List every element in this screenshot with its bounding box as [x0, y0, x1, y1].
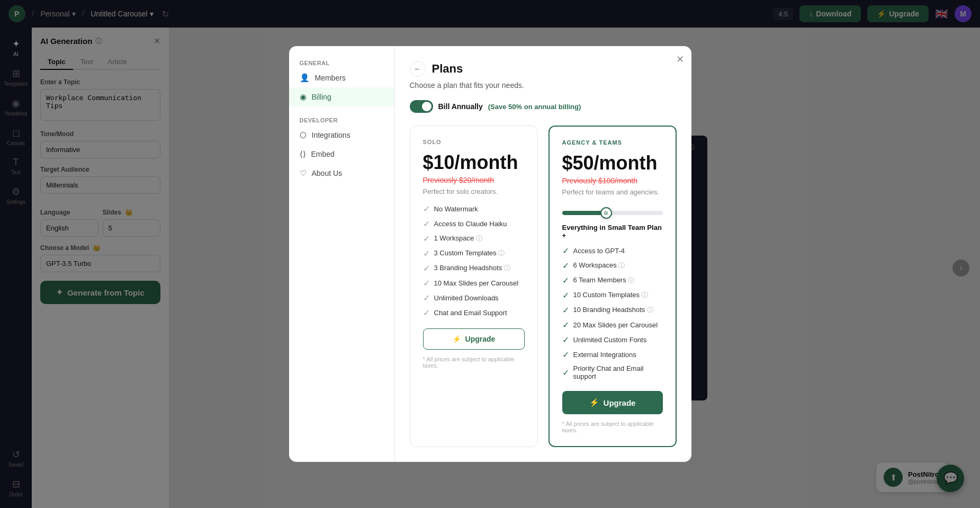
check-icon: ✓: [562, 305, 569, 315]
check-icon: ✓: [423, 248, 430, 259]
feature-claude-haiku: ✓ Access to Claude Haiku: [423, 219, 525, 229]
billing-save-label: (Save 50% on annual billing): [488, 103, 581, 111]
sidebar-item-billing[interactable]: ◉ Billing: [289, 87, 394, 106]
check-icon: ✓: [423, 263, 430, 273]
agency-plan-price: $50/month: [562, 152, 663, 174]
feature-workspaces: ✓ 6 Workspaces ⓘ: [562, 261, 663, 271]
feature-branding-headshots: ✓ 3 Branding Headshots ⓘ: [423, 263, 525, 273]
solo-plan-desc: Perfect for solo creators.: [423, 188, 525, 195]
check-icon: ✓: [423, 204, 430, 214]
agency-upgrade-button[interactable]: ⚡ Upgrade: [562, 391, 663, 414]
agency-plan-content: AGENCY & TEAMS $50/month Previously $100…: [562, 139, 663, 433]
solo-plan-price: $10/month: [423, 151, 525, 174]
solo-plan-note: * All prices are subject to applicable t…: [423, 356, 525, 369]
check-icon: ✓: [423, 219, 430, 229]
modal-body: General 👤 Members ◉ Billing Developer ⬡ …: [289, 46, 691, 462]
feature-custom-templates: ✓ 3 Custom Templates ⓘ: [423, 248, 525, 259]
feature-priority-support: ✓ Priority Chat and Email support: [562, 364, 663, 380]
general-section-label: General: [289, 57, 394, 68]
plans-grid: SOLO $10/month Previously $20/month Perf…: [410, 126, 677, 447]
feature-gpt4: ✓ Access to GPT-4: [562, 246, 663, 256]
sidebar-item-about[interactable]: ♡ About Us: [289, 164, 394, 183]
feature-custom-templates-10: ✓ 10 Custom Templates ⓘ: [562, 290, 663, 300]
check-icon: ✓: [562, 246, 569, 256]
billing-label: Bill Annually: [438, 102, 483, 111]
agency-plan-features: ✓ Access to GPT-4 ✓ 6 Workspaces ⓘ ✓ 6 T…: [562, 246, 663, 380]
check-icon: ✓: [562, 335, 569, 345]
modal-overlay[interactable]: ✕ General 👤 Members ◉ Billing Developer …: [0, 0, 980, 508]
seats-slider[interactable]: ⚙: [562, 211, 663, 215]
feature-workspace: ✓ 1 Workspace ⓘ: [423, 234, 525, 244]
feature-chat-support: ✓ Chat and Email Support: [423, 308, 525, 318]
slider-thumb-icon: ⚙: [604, 210, 608, 216]
check-icon: ✓: [562, 275, 569, 286]
check-icon: ✓: [562, 350, 569, 360]
solo-plan-old-price: Previously $20/month: [423, 176, 525, 184]
sidebar-item-members[interactable]: 👤 Members: [289, 68, 394, 87]
feature-unlimited-downloads: ✓ Unlimited Downloads: [423, 293, 525, 303]
solo-plan-features: ✓ No Watermark ✓ Access to Claude Haiku …: [423, 204, 525, 318]
agency-plan-desc: Perfect for teams and agencies.: [562, 188, 663, 196]
solo-upgrade-button[interactable]: ⚡ Upgrade: [423, 328, 525, 350]
upgrade-icon: ⚡: [589, 398, 599, 407]
modal-header: ← Plans: [410, 61, 677, 77]
feature-max-slides: ✓ 10 Max Slides per Carousel: [423, 278, 525, 288]
upgrade-icon: ⚡: [452, 335, 461, 343]
check-icon: ✓: [423, 293, 430, 303]
modal-subtitle: Choose a plan that fits your needs.: [410, 81, 677, 90]
check-icon: ✓: [423, 278, 430, 288]
check-icon: ✓: [562, 320, 569, 330]
feature-max-slides-20: ✓ 20 Max Slides per Carousel: [562, 320, 663, 330]
modal-sidebar: General 👤 Members ◉ Billing Developer ⬡ …: [289, 46, 395, 462]
agency-plan-badge: AGENCY & TEAMS: [562, 139, 663, 146]
about-icon: ♡: [300, 168, 307, 178]
plans-modal: ✕ General 👤 Members ◉ Billing Developer …: [289, 46, 691, 462]
check-icon: ✓: [423, 234, 430, 244]
feature-external-integrations: ✓ External Integrations: [562, 350, 663, 360]
solo-plan-card: SOLO $10/month Previously $20/month Perf…: [410, 126, 538, 447]
everything-label: Everything in Small Team Plan +: [562, 224, 663, 239]
billing-icon: ◉: [300, 92, 307, 102]
modal-title: Plans: [432, 62, 463, 76]
modal-content: ← Plans Choose a plan that fits your nee…: [395, 46, 691, 462]
sidebar-item-embed[interactable]: ⟨⟩ Embed: [289, 145, 394, 164]
integrations-icon: ⬡: [300, 130, 307, 140]
feature-team-members: ✓ 6 Team Members ⓘ: [562, 275, 663, 286]
feature-unlimited-fonts: ✓ Unlimited Custom Fonts: [562, 335, 663, 345]
sidebar-item-integrations[interactable]: ⬡ Integrations: [289, 126, 394, 145]
check-icon: ✓: [562, 290, 569, 300]
feature-no-watermark: ✓ No Watermark: [423, 204, 525, 214]
members-icon: 👤: [300, 73, 310, 83]
slider-thumb: ⚙: [600, 207, 612, 219]
embed-icon: ⟨⟩: [300, 149, 306, 159]
modal-close-button[interactable]: ✕: [676, 54, 684, 65]
back-button[interactable]: ←: [410, 61, 426, 77]
agency-plan-note: * All prices are subject to applicable t…: [562, 421, 663, 433]
solo-plan-badge: SOLO: [423, 139, 525, 145]
check-icon: ✓: [562, 368, 569, 378]
billing-toggle-row: Bill Annually (Save 50% on annual billin…: [410, 100, 677, 113]
developer-section-label: Developer: [289, 114, 394, 126]
billing-toggle[interactable]: [410, 100, 433, 113]
agency-plan-card: AGENCY & TEAMS $50/month Previously $100…: [549, 126, 677, 447]
feature-branding-headshots-10: ✓ 10 Branding Headshots ⓘ: [562, 305, 663, 315]
check-icon: ✓: [423, 308, 430, 318]
check-icon: ✓: [562, 261, 569, 271]
agency-plan-old-price: Previously $100/month: [562, 176, 663, 185]
